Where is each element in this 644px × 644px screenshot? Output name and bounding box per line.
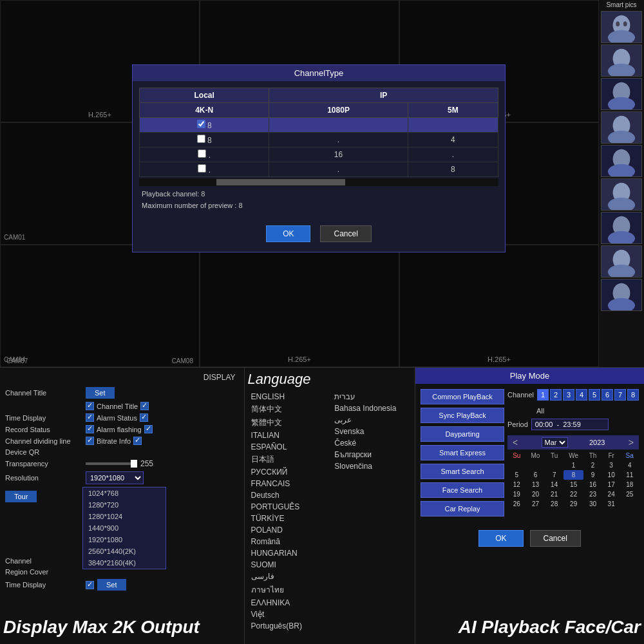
play-mode-btn[interactable]: Face Search [421,482,504,498]
cal-day-18[interactable]: 18 [620,480,639,489]
playmode-ok-button[interactable]: OK [478,530,523,547]
lang-item[interactable]: ภาษาไทย [248,582,328,597]
res-1440[interactable]: 1440*900 [83,522,166,534]
res-1280-720[interactable]: 1280*720 [83,499,166,511]
resolution-select[interactable]: 1920*1080 [86,471,144,484]
thumb-1[interactable] [601,11,642,43]
cal-day-23[interactable]: 23 [583,489,602,499]
cal-day-26[interactable]: 26 [507,499,526,509]
lang-item[interactable]: PORTUGUÊS [248,501,328,513]
play-mode-btn[interactable]: Common PlayBack [421,389,504,404]
cal-day-19[interactable]: 19 [507,489,526,499]
channel-num-4[interactable]: 4 [576,389,587,401]
lang-item[interactable]: Việt [248,609,328,620]
cal-day-9[interactable]: 9 [583,470,602,480]
cal-day-12[interactable]: 12 [507,480,526,489]
cal-day-21[interactable]: 21 [545,489,564,499]
channel-num-8[interactable]: 8 [627,389,639,401]
lang-item[interactable]: Bahasa Indonesia [331,402,412,414]
set-channel-title-btn[interactable]: Set [86,387,115,399]
res-1024[interactable]: 1024*768 [83,488,166,499]
dialog-cancel-button[interactable]: Cancel [320,225,371,242]
channel-title-checkbox[interactable] [86,402,94,410]
thumb-6[interactable] [601,178,642,211]
cal-next[interactable]: > [627,437,636,448]
cal-day-11[interactable]: 11 [620,470,639,480]
lang-item[interactable]: عربی [331,414,412,426]
res-1280-1024[interactable]: 1280*1024 [83,511,166,522]
play-mode-btn[interactable]: Dayparting [421,426,504,442]
set2-btn[interactable]: Set [97,579,126,591]
channel-num-1[interactable]: 1 [537,389,549,401]
lang-item[interactable]: Português(BR) [248,620,328,632]
lang-item[interactable]: TÜRKİYE [248,513,328,524]
channel-num-7[interactable]: 7 [614,389,626,401]
lang-item[interactable]: HUNGARIAN [248,547,328,559]
lang-item[interactable]: České [331,437,412,449]
lang-item[interactable]: ESPAÑOL [248,441,328,453]
record-status-checkbox[interactable] [86,425,94,433]
cal-day-24[interactable]: 24 [602,489,621,499]
time-display-checkbox[interactable] [86,413,94,422]
thumb-8[interactable] [601,245,642,278]
cal-day-16[interactable]: 16 [583,480,602,489]
lang-item[interactable]: Deutsch [248,489,328,501]
play-mode-btn[interactable]: Sync PlayBack [421,408,504,423]
lang-item[interactable]: עברית [331,391,412,402]
channel-num-3[interactable]: 3 [563,389,574,401]
res-1920[interactable]: 1920*1080 [83,534,166,545]
cal-day-4[interactable]: 4 [620,460,639,470]
cal-day-10[interactable]: 10 [602,470,621,480]
cal-day-27[interactable]: 27 [526,499,545,509]
cal-day-3[interactable]: 3 [602,460,621,470]
lang-item[interactable]: POLAND [248,524,328,536]
play-mode-btn[interactable]: Smart Search [421,464,504,479]
lang-item[interactable]: Română [248,536,328,547]
cal-day-31[interactable]: 31 [602,499,621,509]
time-display-bottom-checkbox[interactable] [86,581,94,589]
channel-num-2[interactable]: 2 [550,389,562,401]
cal-day-7[interactable]: 7 [545,470,564,480]
lang-item[interactable]: Български [331,449,412,460]
thumb-3[interactable] [601,78,642,110]
res-2560[interactable]: 2560*1440(2K) [83,545,166,557]
lang-item[interactable]: РУССКИЙ [248,466,328,478]
lang-item[interactable]: Slovenčina [331,460,412,472]
cal-day-15[interactable]: 15 [564,480,583,489]
tour-button[interactable]: Tour [5,491,37,502]
thumb-2[interactable] [601,44,642,77]
thumb-5[interactable] [601,145,642,177]
play-mode-btn[interactable]: Car Replay [421,501,504,516]
cal-day-6[interactable]: 6 [526,470,545,480]
alarm-status-checkbox[interactable] [140,413,148,422]
cal-day-22[interactable]: 22 [564,489,583,499]
lang-item[interactable]: SUOMI [248,559,328,571]
cal-day-1[interactable]: 1 [564,460,583,470]
lang-item[interactable]: FRANCAIS [248,478,328,489]
thumb-7[interactable] [601,212,642,244]
lang-item[interactable]: ITALIAN [248,430,328,441]
cal-day-17[interactable]: 17 [602,480,621,489]
lang-item[interactable]: ENGLISH [248,391,328,402]
lang-item[interactable]: Svenska [331,426,412,437]
channel-num-5[interactable]: 5 [589,389,600,401]
transparency-slider[interactable] [86,462,137,465]
lang-item[interactable]: فارسی [248,571,328,582]
lang-item[interactable]: 日本語 [248,453,328,466]
playmode-cancel-button[interactable]: Cancel [530,530,581,547]
cal-day-20[interactable]: 20 [526,489,545,499]
cal-day-14[interactable]: 14 [545,480,564,489]
scrollbar[interactable] [139,178,498,186]
cal-day-8[interactable]: 8 [564,470,583,480]
thumb-4[interactable] [601,111,642,144]
res-3840[interactable]: 3840*2160(4K) [83,557,166,569]
lang-item[interactable]: 繁體中文 [248,416,328,430]
channel-num-6[interactable]: 6 [601,389,613,401]
alarm-flashing-checkbox[interactable] [144,425,153,433]
thumb-9[interactable] [601,279,642,311]
cal-day-29[interactable]: 29 [564,499,583,509]
channel-title-checkbox2[interactable] [140,402,149,410]
cal-day-28[interactable]: 28 [545,499,564,509]
channel-dividing-checkbox[interactable] [86,437,94,445]
cal-day-13[interactable]: 13 [526,480,545,489]
